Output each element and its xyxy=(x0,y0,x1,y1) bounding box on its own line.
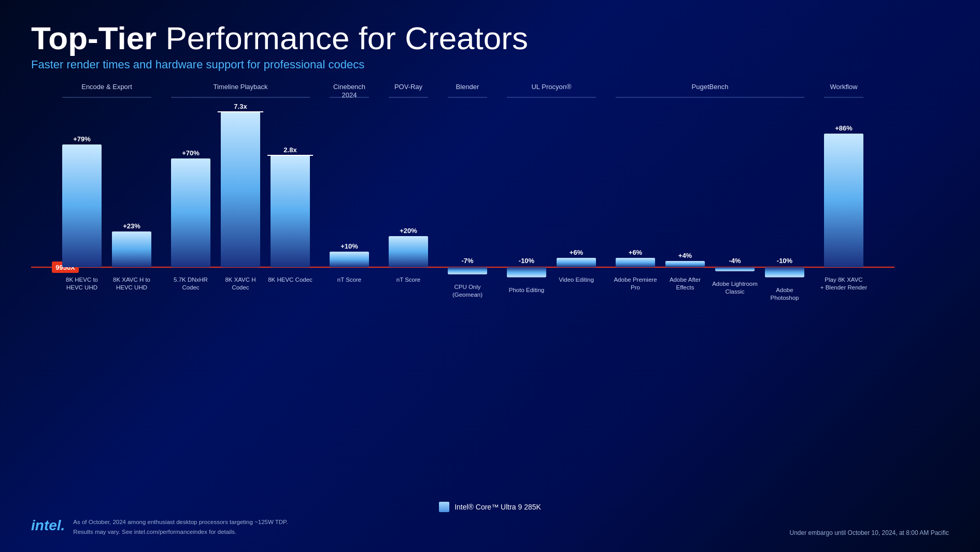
svg-text:+10%: +10% xyxy=(340,242,358,250)
svg-text:-10%: -10% xyxy=(519,257,535,265)
footer-note-1: As of October, 2024 among enthusiast des… xyxy=(73,517,288,527)
svg-text:Adobe: Adobe xyxy=(776,287,793,293)
svg-text:+70%: +70% xyxy=(182,149,200,157)
svg-text:Pro: Pro xyxy=(631,284,640,290)
svg-rect-57 xyxy=(616,258,655,267)
svg-text:Photoshop: Photoshop xyxy=(771,295,799,301)
svg-text:Codec: Codec xyxy=(232,284,249,290)
svg-rect-28 xyxy=(171,158,210,267)
svg-text:8K XAVC H to: 8K XAVC H to xyxy=(113,277,150,283)
footer-left: intel. As of October, 2024 among enthusi… xyxy=(31,517,288,536)
svg-text:8K HEVC to: 8K HEVC to xyxy=(66,277,98,283)
svg-text:Adobe Premiere: Adobe Premiere xyxy=(614,277,657,283)
legend-label: Intel® Core™ Ultra 9 285K xyxy=(455,503,541,511)
svg-text:-7%: -7% xyxy=(461,257,474,265)
svg-text:-10%: -10% xyxy=(777,257,793,265)
svg-text:Blender: Blender xyxy=(456,83,479,91)
svg-text:(Geomean): (Geomean) xyxy=(452,292,482,298)
footer-embargo: Under embargo until October 10, 2024, at… xyxy=(789,529,949,536)
legend-area: Intel® Core™ Ultra 9 285K xyxy=(31,502,949,512)
main-title: Top-Tier Performance for Creators xyxy=(31,21,949,56)
svg-text:+23%: +23% xyxy=(123,222,140,230)
svg-text:Workflow: Workflow xyxy=(830,83,858,91)
chart-canvas: Encode & ExportTimeline PlaybackCinebenc… xyxy=(31,81,949,499)
title-regular: Performance for Creators xyxy=(157,20,528,56)
svg-rect-41 xyxy=(330,252,369,267)
svg-rect-32 xyxy=(221,112,260,267)
chart-area: Encode & ExportTimeline PlaybackCinebenc… xyxy=(31,81,949,512)
svg-text:HEVC UHD: HEVC UHD xyxy=(66,284,97,290)
title-bold: Top-Tier xyxy=(31,20,157,56)
svg-text:HEVC UHD: HEVC UHD xyxy=(116,284,147,290)
svg-rect-47 xyxy=(448,267,487,274)
footer: intel. As of October, 2024 among enthusi… xyxy=(31,517,949,536)
svg-text:7.3x: 7.3x xyxy=(234,103,247,110)
svg-rect-24 xyxy=(112,231,151,267)
svg-text:Cinebench: Cinebench xyxy=(333,83,365,91)
footer-notes: As of October, 2024 among enthusiast des… xyxy=(73,517,288,536)
svg-text:UL Procyon®: UL Procyon® xyxy=(531,83,571,91)
legend-color-box xyxy=(439,502,449,512)
svg-text:-4%: -4% xyxy=(729,257,741,265)
svg-text:Effects: Effects xyxy=(676,284,694,290)
svg-rect-69 xyxy=(765,267,804,278)
svg-text:Adobe After: Adobe After xyxy=(670,277,701,283)
svg-text:+6%: +6% xyxy=(629,249,643,256)
svg-text:CPU Only: CPU Only xyxy=(454,284,480,290)
svg-text:nT Score: nT Score xyxy=(396,277,420,283)
svg-text:+86%: +86% xyxy=(835,124,853,132)
svg-rect-20 xyxy=(62,144,102,267)
svg-text:5.7K DNxHR: 5.7K DNxHR xyxy=(174,277,208,283)
svg-rect-65 xyxy=(715,267,755,271)
svg-rect-44 xyxy=(389,236,428,267)
svg-text:Play 8K XAVC: Play 8K XAVC xyxy=(825,277,862,283)
svg-text:+4%: +4% xyxy=(678,252,692,259)
svg-text:Classic: Classic xyxy=(725,288,744,295)
svg-text:POV-Ray: POV-Ray xyxy=(394,83,423,91)
svg-rect-51 xyxy=(507,267,546,278)
svg-text:Codec: Codec xyxy=(182,284,199,290)
svg-text:+20%: +20% xyxy=(400,227,417,235)
svg-text:Video Editing: Video Editing xyxy=(559,277,594,283)
svg-text:8K HEVC Codec: 8K HEVC Codec xyxy=(268,277,313,283)
intel-logo: intel. xyxy=(31,517,65,534)
svg-rect-37 xyxy=(271,155,310,267)
main-container: Top-Tier Performance for Creators Faster… xyxy=(0,0,980,552)
svg-text:Encode & Export: Encode & Export xyxy=(81,83,132,91)
svg-text:2024: 2024 xyxy=(342,91,357,99)
svg-text:+79%: +79% xyxy=(73,135,91,143)
svg-rect-54 xyxy=(557,258,596,267)
svg-text:Adobe Lightroom: Adobe Lightroom xyxy=(712,281,758,287)
svg-text:nT Score: nT Score xyxy=(337,277,361,283)
svg-text:8K XAVC H: 8K XAVC H xyxy=(225,277,255,283)
svg-rect-61 xyxy=(665,261,705,267)
svg-text:+ Blender Render: + Blender Render xyxy=(820,284,868,290)
svg-text:Timeline Playback: Timeline Playback xyxy=(213,83,268,91)
subtitle: Faster render times and hardware support… xyxy=(31,58,949,71)
svg-text:Photo Editing: Photo Editing xyxy=(509,287,544,293)
title-area: Top-Tier Performance for Creators Faster… xyxy=(31,21,949,71)
svg-text:2.8x: 2.8x xyxy=(283,146,297,154)
svg-text:+6%: +6% xyxy=(570,249,584,256)
footer-note-2: Results may vary. See intel.com/performa… xyxy=(73,527,288,536)
svg-rect-73 xyxy=(824,134,863,267)
svg-text:PugetBench: PugetBench xyxy=(692,83,729,91)
